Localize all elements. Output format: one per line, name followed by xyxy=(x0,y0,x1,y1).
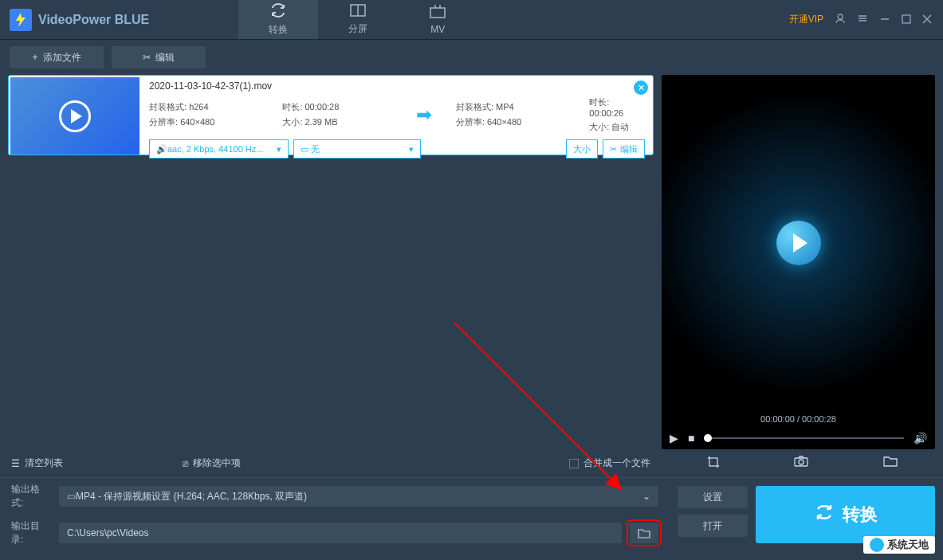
file-list: ✕ 2020-11-03-10-42-37(1).mov 封装格式: h264 … xyxy=(8,75,654,449)
arrow-right-icon: ➡ xyxy=(416,104,432,126)
chevron-down-icon: ▾ xyxy=(277,144,281,155)
preview-controls: ▶ ■ 🔊 xyxy=(662,427,935,449)
file-info: 2020-11-03-10-42-37(1).mov 封装格式: h264 分辨… xyxy=(141,76,653,155)
subtitle-select[interactable]: ▭ 无 ▾ xyxy=(293,139,421,159)
title-bar: VideoPower BLUE 转换 分屏 MV 开通VIP xyxy=(0,0,943,40)
play-button[interactable]: ▶ xyxy=(670,432,678,444)
mv-icon xyxy=(430,4,446,22)
minimize-icon[interactable] xyxy=(879,13,890,26)
camera-icon[interactable] xyxy=(794,456,808,471)
svg-rect-13 xyxy=(709,458,717,466)
format-icon: ▭ xyxy=(67,491,76,502)
window-controls: 开通VIP xyxy=(789,13,943,26)
output-dir-row: 输出目录: C:\Users\pc\Videos xyxy=(0,515,670,551)
bolt-icon xyxy=(10,9,32,31)
split-icon xyxy=(350,4,366,21)
list-operations: ☰ 清空列表 ⎚ 移除选中项 合并成一个文件 xyxy=(0,449,662,477)
output-format-select[interactable]: ▭ MP4 - 保持源视频设置 (H.264; AAC, 128Kbps, 双声… xyxy=(59,486,658,507)
merge-checkbox[interactable]: 合并成一个文件 xyxy=(569,456,650,470)
menu-icon[interactable] xyxy=(857,13,868,26)
output-dir-field[interactable]: C:\Users\pc\Videos xyxy=(59,523,622,543)
preview-time: 00:00:00 / 00:00:28 xyxy=(662,411,935,427)
remove-file-button[interactable]: ✕ xyxy=(634,80,648,95)
audio-icon: 🔊 xyxy=(156,144,167,154)
remove-selected-button[interactable]: ⎚ 移除选中项 xyxy=(183,456,241,470)
plus-icon: + xyxy=(32,52,37,63)
list-icon: ☰ xyxy=(11,458,20,469)
chevron-down-icon: ⌄ xyxy=(642,491,650,502)
browse-folder-button[interactable] xyxy=(630,523,658,543)
volume-icon[interactable]: 🔊 xyxy=(914,432,927,444)
output-format-row: 输出格式: ▭ MP4 - 保持源视频设置 (H.264; AAC, 128Kb… xyxy=(0,478,670,515)
scissors-icon: ✂ xyxy=(610,144,617,155)
vip-button[interactable]: 开通VIP xyxy=(789,13,823,26)
bottom-bar: 输出格式: ▭ MP4 - 保持源视频设置 (H.264; AAC, 128Kb… xyxy=(0,477,943,551)
scissors-icon: ✂ xyxy=(143,52,151,63)
folder-icon[interactable] xyxy=(883,456,898,471)
item-edit-button[interactable]: ✂编辑 xyxy=(603,139,645,159)
main-tabs: 转换 分屏 MV xyxy=(238,0,477,39)
tab-split[interactable]: 分屏 xyxy=(318,0,398,39)
seek-slider[interactable] xyxy=(704,437,904,439)
dir-label: 输出目录: xyxy=(11,519,51,546)
crop-icon[interactable] xyxy=(707,456,720,471)
open-button[interactable]: 打开 xyxy=(678,515,748,537)
chevron-down-icon: ▾ xyxy=(409,144,414,155)
toolbar: + 添加文件 ✂ 编辑 xyxy=(0,40,943,75)
preview-canvas[interactable] xyxy=(662,75,935,411)
subtitle-icon: ▭ xyxy=(301,144,311,154)
file-item[interactable]: ✕ 2020-11-03-10-42-37(1).mov 封装格式: h264 … xyxy=(8,75,654,155)
remove-icon: ⎚ xyxy=(183,458,188,469)
svg-point-19 xyxy=(799,460,804,464)
clear-list-button[interactable]: ☰ 清空列表 xyxy=(11,456,63,470)
close-icon[interactable] xyxy=(922,14,932,26)
preview-panel: 00:00:00 / 00:00:28 ▶ ■ 🔊 xyxy=(662,75,935,449)
settings-button[interactable]: 设置 xyxy=(678,486,748,508)
preview-operations xyxy=(662,449,943,477)
svg-rect-10 xyxy=(902,15,910,23)
play-orb-icon xyxy=(776,221,821,265)
audio-select[interactable]: 🔊aac, 2 Kbps, 44100 Hz... ▾ xyxy=(149,139,289,159)
svg-rect-2 xyxy=(430,8,445,18)
size-button[interactable]: 大小 xyxy=(566,139,598,159)
svg-point-5 xyxy=(838,14,843,19)
app-title: VideoPower BLUE xyxy=(38,13,149,27)
play-overlay-icon xyxy=(59,100,91,132)
maximize-icon[interactable] xyxy=(902,14,911,26)
tab-mv[interactable]: MV xyxy=(398,0,477,39)
file-thumbnail[interactable] xyxy=(10,77,139,155)
add-file-button[interactable]: + 添加文件 xyxy=(10,46,104,69)
tab-convert[interactable]: 转换 xyxy=(238,0,318,39)
file-name: 2020-11-03-10-42-37(1).mov xyxy=(149,80,645,92)
stop-button[interactable]: ■ xyxy=(688,432,694,444)
content-area: ✕ 2020-11-03-10-42-37(1).mov 封装格式: h264 … xyxy=(0,75,943,449)
user-icon[interactable] xyxy=(835,13,846,26)
format-label: 输出格式: xyxy=(11,483,51,510)
app-logo: VideoPower BLUE xyxy=(0,9,159,31)
watermark-icon xyxy=(870,538,884,552)
edit-button[interactable]: ✂ 编辑 xyxy=(112,46,206,69)
convert-button[interactable]: 转换 xyxy=(756,486,935,543)
refresh-icon xyxy=(814,503,835,526)
convert-icon xyxy=(269,3,287,22)
watermark: 系统天地 xyxy=(863,536,935,554)
checkbox-icon xyxy=(569,459,579,468)
